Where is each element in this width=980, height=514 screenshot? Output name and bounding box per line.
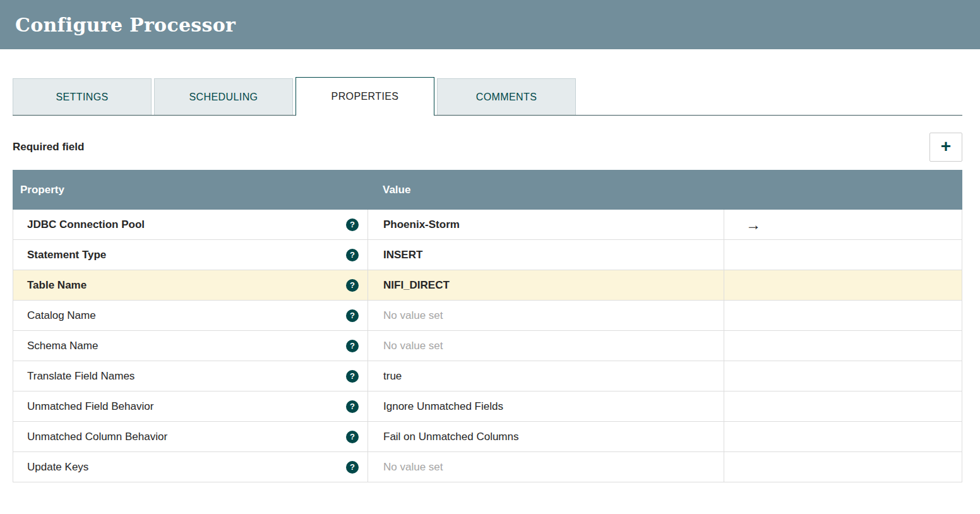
property-value[interactable]: INSERT xyxy=(368,240,724,270)
table-row[interactable]: Catalog Name ? No value set xyxy=(13,301,962,331)
properties-table: Property Value JDBC Connection Pool ? Ph… xyxy=(13,170,962,482)
tab-bar: SETTINGS SCHEDULING PROPERTIES COMMENTS xyxy=(13,77,962,116)
column-header-property: Property xyxy=(13,184,368,196)
table-row[interactable]: Unmatched Column Behavior ? Fail on Unma… xyxy=(13,422,962,452)
tab-scheduling[interactable]: SCHEDULING xyxy=(154,78,293,115)
property-value[interactable]: No value set xyxy=(368,301,724,330)
help-icon[interactable]: ? xyxy=(346,340,359,352)
property-name: Unmatched Column Behavior xyxy=(27,431,167,443)
column-header-value: Value xyxy=(368,184,410,196)
help-icon[interactable]: ? xyxy=(346,218,359,231)
table-header-row: Property Value xyxy=(13,170,962,210)
table-row[interactable]: Unmatched Field Behavior ? Ignore Unmatc… xyxy=(13,391,962,422)
table-row[interactable]: Translate Field Names ? true xyxy=(13,361,962,391)
table-row[interactable]: Update Keys ? No value set xyxy=(13,452,962,482)
help-icon[interactable]: ? xyxy=(346,309,359,322)
property-name: Table Name xyxy=(27,279,87,292)
property-name: Update Keys xyxy=(27,461,88,474)
property-name: JDBC Connection Pool xyxy=(27,218,145,231)
help-icon[interactable]: ? xyxy=(346,249,359,261)
property-value[interactable]: Ignore Unmatched Fields xyxy=(368,391,724,421)
property-value[interactable]: Fail on Unmatched Columns xyxy=(368,422,724,451)
dialog-header: Configure Processor xyxy=(0,0,980,49)
required-field-label: Required field xyxy=(13,141,84,153)
add-property-button[interactable]: + xyxy=(929,133,962,162)
property-name: Statement Type xyxy=(27,249,106,261)
table-row[interactable]: Statement Type ? INSERT xyxy=(13,240,962,270)
dialog-content: SETTINGS SCHEDULING PROPERTIES COMMENTS … xyxy=(13,77,962,482)
help-icon[interactable]: ? xyxy=(346,370,359,383)
table-toolbar: Required field + xyxy=(13,132,962,162)
go-to-service-icon[interactable]: → xyxy=(746,217,761,232)
property-name: Translate Field Names xyxy=(27,370,134,383)
plus-icon: + xyxy=(941,138,951,155)
property-name: Catalog Name xyxy=(27,309,96,322)
dialog-title: Configure Processor xyxy=(15,14,236,36)
help-icon[interactable]: ? xyxy=(346,279,359,292)
help-icon[interactable]: ? xyxy=(346,431,359,443)
property-name: Unmatched Field Behavior xyxy=(27,400,153,413)
property-value[interactable]: true xyxy=(368,361,724,391)
table-row[interactable]: JDBC Connection Pool ? Phoenix-Storm → xyxy=(13,210,962,240)
tab-settings[interactable]: SETTINGS xyxy=(13,78,152,115)
tab-properties[interactable]: PROPERTIES xyxy=(296,77,434,116)
table-row[interactable]: Schema Name ? No value set xyxy=(13,331,962,361)
tab-comments[interactable]: COMMENTS xyxy=(437,78,576,115)
table-row[interactable]: Table Name ? NIFI_DIRECT xyxy=(13,270,962,301)
property-value[interactable]: Phoenix-Storm xyxy=(368,210,724,239)
help-icon[interactable]: ? xyxy=(346,400,359,413)
property-value[interactable]: No value set xyxy=(368,331,724,361)
help-icon[interactable]: ? xyxy=(346,461,359,474)
property-value[interactable]: NIFI_DIRECT xyxy=(368,270,724,300)
property-value[interactable]: No value set xyxy=(368,452,724,482)
property-name: Schema Name xyxy=(27,340,98,352)
table-body: JDBC Connection Pool ? Phoenix-Storm → S… xyxy=(13,210,962,482)
